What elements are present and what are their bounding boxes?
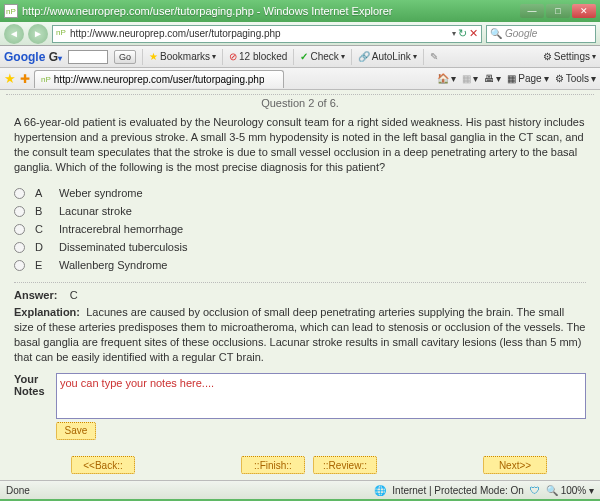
review-button[interactable]: ::Review:: xyxy=(313,456,377,474)
notes-label: Your Notes xyxy=(14,373,50,440)
option-letter: B xyxy=(35,205,49,217)
answer-value: C xyxy=(70,289,78,301)
window-title: http://www.neuroprep.com/user/tutorpagin… xyxy=(22,5,520,17)
google-search-input[interactable] xyxy=(68,50,108,64)
link-icon: 🔗 xyxy=(358,51,370,62)
home-icon: 🏠 xyxy=(437,73,449,84)
autolink-button[interactable]: 🔗AutoLink▾ xyxy=(358,51,417,62)
favorites-icon[interactable]: ★ xyxy=(4,71,16,86)
shield-icon: 🛡 xyxy=(530,485,540,496)
gear-icon: ⚙ xyxy=(543,51,552,62)
option-row: A Weber syndrome xyxy=(14,184,586,202)
search-placeholder: Google xyxy=(505,28,537,39)
option-text: Lacunar stroke xyxy=(59,205,586,217)
search-icon: 🔍 xyxy=(490,28,502,39)
address-toolbar: ◄ ► nP http://www.neuroprep.com/user/tut… xyxy=(0,22,600,46)
refresh-icon[interactable]: ↻ xyxy=(458,27,467,40)
page-menu[interactable]: ▦Page▾ xyxy=(507,73,548,84)
tab-label: http://www.neuroprep.com/user/tutorpagin… xyxy=(54,74,265,85)
search-input[interactable]: 🔍 Google xyxy=(486,25,596,43)
address-url: http://www.neuroprep.com/user/tutorpagin… xyxy=(70,28,450,39)
ie-toolbar: ★ ✚ nP http://www.neuroprep.com/user/tut… xyxy=(0,68,600,90)
maximize-button[interactable]: □ xyxy=(546,4,570,18)
radio-input[interactable] xyxy=(14,206,25,217)
close-button[interactable]: ✕ xyxy=(572,4,596,18)
radio-input[interactable] xyxy=(14,188,25,199)
question-text: A 66-year-old patient is evaluated by th… xyxy=(6,115,594,182)
page-icon: ▦ xyxy=(507,73,516,84)
print-icon: 🖶 xyxy=(484,73,494,84)
next-button[interactable]: Next>> xyxy=(483,456,547,474)
option-text: Weber syndrome xyxy=(59,187,586,199)
answer-label: Answer: xyxy=(14,289,57,301)
autofill-icon: ✎ xyxy=(430,51,438,62)
nav-forward-button[interactable]: ► xyxy=(28,24,48,44)
gear-icon: ⚙ xyxy=(555,73,564,84)
status-done: Done xyxy=(6,485,30,496)
option-letter: E xyxy=(35,259,49,271)
tools-menu[interactable]: ⚙Tools▾ xyxy=(555,73,596,84)
option-row: B Lacunar stroke xyxy=(14,202,586,220)
notes-section: Your Notes you can type your notes here.… xyxy=(6,371,594,442)
zoom-level[interactable]: 🔍 100% ▾ xyxy=(546,485,594,496)
save-button[interactable]: Save xyxy=(56,422,96,440)
finish-button[interactable]: ::Finish:: xyxy=(241,456,305,474)
notes-textarea[interactable]: you can type your notes here.... xyxy=(56,373,586,419)
rss-icon: ▦ xyxy=(462,73,471,84)
stop-icon[interactable]: ✕ xyxy=(469,27,478,40)
browser-tab[interactable]: nP http://www.neuroprep.com/user/tutorpa… xyxy=(34,70,284,88)
print-button[interactable]: 🖶▾ xyxy=(484,73,501,84)
minimize-button[interactable]: — xyxy=(520,4,544,18)
autofill-button[interactable]: ✎ xyxy=(430,51,438,62)
blocked-icon: ⊘ xyxy=(229,51,237,62)
address-dropdown-icon[interactable]: ▾ xyxy=(452,29,456,38)
check-button[interactable]: ✓Check▾ xyxy=(300,51,344,62)
security-zone: Internet | Protected Mode: On xyxy=(392,485,524,496)
window-titlebar: nP http://www.neuroprep.com/user/tutorpa… xyxy=(0,0,600,22)
globe-icon: 🌐 xyxy=(374,485,386,496)
check-icon: ✓ xyxy=(300,51,308,62)
google-go-button[interactable]: Go xyxy=(114,50,136,64)
add-favorites-icon[interactable]: ✚ xyxy=(20,72,30,86)
answer-row: Answer: C xyxy=(6,289,594,301)
option-letter: A xyxy=(35,187,49,199)
option-text: Intracerebral hemorrhage xyxy=(59,223,586,235)
radio-input[interactable] xyxy=(14,242,25,253)
options-list: A Weber syndrome B Lacunar stroke C Intr… xyxy=(6,182,594,276)
option-text: Wallenberg Syndrome xyxy=(59,259,586,271)
option-row: C Intracerebral hemorrhage xyxy=(14,220,586,238)
option-letter: C xyxy=(35,223,49,235)
divider xyxy=(14,282,586,283)
page-content: Question 2 of 6. A 66-year-old patient i… xyxy=(0,90,600,480)
radio-input[interactable] xyxy=(14,260,25,271)
favicon-icon: nP xyxy=(4,4,18,18)
explanation-text: Lacunes are caused by occlusion of small… xyxy=(14,306,585,363)
status-bar: Done 🌐 Internet | Protected Mode: On 🛡 🔍… xyxy=(0,480,600,499)
google-toolbar: Google G▾ Go ★Bookmarks▾ ⊘12 blocked ✓Ch… xyxy=(0,46,600,68)
home-button[interactable]: 🏠▾ xyxy=(437,73,456,84)
settings-button[interactable]: ⚙Settings▾ xyxy=(543,51,596,62)
address-favicon-icon: nP xyxy=(56,28,68,40)
option-letter: D xyxy=(35,241,49,253)
explanation-label: Explanation: xyxy=(14,306,80,318)
google-logo: Google G▾ xyxy=(4,50,62,64)
bookmarks-button[interactable]: ★Bookmarks▾ xyxy=(149,51,216,62)
nav-back-button[interactable]: ◄ xyxy=(4,24,24,44)
window-controls: — □ ✕ xyxy=(520,4,596,18)
option-text: Disseminated tuberculosis xyxy=(59,241,586,253)
explanation: Explanation: Lacunes are caused by occlu… xyxy=(6,301,594,370)
address-bar[interactable]: nP http://www.neuroprep.com/user/tutorpa… xyxy=(52,25,482,43)
back-button[interactable]: <<Back:: xyxy=(71,456,135,474)
nav-buttons: <<Back:: ::Finish:: ::Review:: Next>> xyxy=(6,450,594,476)
option-row: D Disseminated tuberculosis xyxy=(14,238,586,256)
question-counter: Question 2 of 6. xyxy=(6,94,594,115)
radio-input[interactable] xyxy=(14,224,25,235)
option-row: E Wallenberg Syndrome xyxy=(14,256,586,274)
popup-blocked-button[interactable]: ⊘12 blocked xyxy=(229,51,287,62)
tab-favicon-icon: nP xyxy=(41,75,51,84)
feeds-button[interactable]: ▦▾ xyxy=(462,73,478,84)
star-icon: ★ xyxy=(149,51,158,62)
